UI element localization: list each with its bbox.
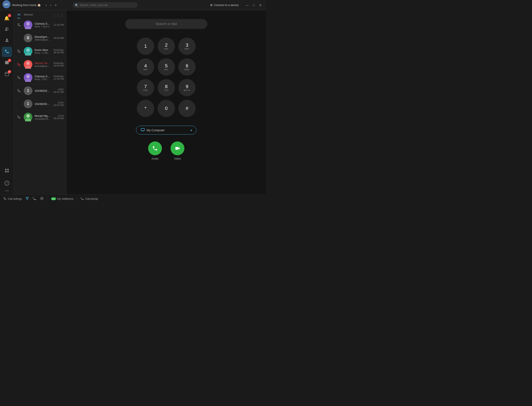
window-controls: — □ ✕ bbox=[244, 3, 263, 8]
svg-point-35 bbox=[27, 199, 27, 200]
dial-key-3[interactable]: 3 DEF bbox=[178, 37, 196, 55]
call-pickup-item[interactable]: Call pickup bbox=[80, 197, 98, 201]
svg-rect-32 bbox=[141, 129, 144, 131]
sidebar-item-meetings[interactable]: 3 bbox=[2, 58, 12, 68]
calls-icon bbox=[5, 49, 9, 55]
audio-label: Audio bbox=[151, 157, 158, 160]
sidebar-item-calls[interactable] bbox=[2, 47, 12, 57]
svg-point-24 bbox=[26, 62, 30, 65]
sidebar: 🔔 2 bbox=[0, 10, 14, 194]
call-name: Development agenda bbox=[35, 35, 52, 38]
app-avatar[interactable]: WH bbox=[3, 0, 10, 8]
call-name: Murad Higgins bbox=[35, 114, 52, 117]
dial-key-star[interactable]: * bbox=[137, 100, 154, 117]
dialer-panel: 1 2 ABC 3 DEF 4 GHI 5 JKL 6 MNO bbox=[66, 10, 266, 194]
call-list: Clarissa Smith Work: +353 91 38 4618 12:… bbox=[14, 18, 66, 194]
call-more-button[interactable]: ⋮⋮⋮ bbox=[52, 14, 63, 18]
dial-key-6[interactable]: 6 MNO bbox=[178, 58, 196, 76]
call-info: 15439203049 bbox=[35, 102, 51, 106]
svg-text:WH: WH bbox=[4, 3, 9, 6]
call-detail: brenda@webex.com bbox=[35, 65, 51, 67]
status-divider bbox=[47, 197, 48, 201]
svg-rect-16 bbox=[7, 171, 8, 172]
call-detail: 340620@webex.com bbox=[35, 38, 52, 41]
dial-grid: 1 2 ABC 3 DEF 4 GHI 5 JKL 6 MNO bbox=[137, 37, 196, 117]
sidebar-item-apps[interactable] bbox=[2, 166, 12, 176]
dial-key-2[interactable]: 2 ABC bbox=[158, 37, 175, 55]
monitor-icon: 🖥 bbox=[210, 3, 213, 7]
avatar: D bbox=[24, 34, 32, 42]
call-name: 15439203049 bbox=[35, 102, 51, 106]
call-time: 12/0102:52 PM bbox=[54, 101, 64, 107]
global-search-input[interactable] bbox=[73, 2, 137, 8]
forward-button[interactable]: › bbox=[49, 2, 52, 8]
dial-search-input[interactable] bbox=[125, 19, 207, 29]
call-time: 11/2009:18 AM bbox=[54, 115, 64, 120]
sidebar-item-help[interactable]: ? bbox=[2, 178, 12, 188]
call-panel: All Missed ⋮⋮⋮ bbox=[14, 10, 66, 194]
list-item[interactable]: Clarissa Smith Work: +353 91 38 4618 12:… bbox=[14, 18, 66, 31]
dnd-icon bbox=[40, 197, 44, 201]
list-item[interactable]: 1 15439203049 12/0102:52 PM bbox=[14, 84, 66, 97]
chevron-down-icon: ▾ bbox=[190, 129, 192, 132]
sidebar-item-activity[interactable]: 🔔 2 bbox=[2, 13, 12, 23]
list-item[interactable]: 1 15439203049 12/0102:52 PM bbox=[14, 97, 66, 111]
device-selector-left: My Computer bbox=[141, 128, 165, 132]
nav-buttons: ‹ › + bbox=[44, 2, 58, 8]
status-divider-2 bbox=[77, 197, 77, 201]
call-info: 15439203049 bbox=[35, 89, 51, 92]
dial-key-8[interactable]: 8 TUV bbox=[158, 79, 175, 96]
list-item[interactable]: Marise Torres brenda@webex.com Yesterday… bbox=[14, 58, 66, 71]
sidebar-item-calendar[interactable]: 17 bbox=[2, 69, 12, 80]
svg-point-3 bbox=[7, 27, 8, 29]
dial-key-4[interactable]: 4 GHI bbox=[137, 58, 154, 76]
add-button[interactable]: + bbox=[53, 2, 58, 8]
avatar bbox=[24, 60, 32, 69]
forward-calls-icon bbox=[33, 197, 36, 201]
list-item[interactable]: D Development agenda 340620@webex.com 09… bbox=[14, 31, 66, 45]
global-search-wrapper: 🔍 bbox=[73, 2, 137, 8]
call-settings-item[interactable]: Call settings bbox=[3, 197, 22, 201]
dial-key-7[interactable]: 7 PRS bbox=[137, 79, 154, 96]
svg-point-4 bbox=[6, 38, 7, 40]
dial-key-hash[interactable]: # bbox=[178, 100, 196, 117]
dial-key-5[interactable]: 5 JKL bbox=[158, 58, 175, 76]
list-item[interactable]: Kevin Woo Work: +1 888 555 1234 Yesterda… bbox=[14, 45, 66, 58]
call-name: 15439203049 bbox=[35, 89, 51, 92]
device-selector[interactable]: My Computer ▾ bbox=[136, 126, 196, 135]
call-info: Clarissa Smith Work: +353 91 38 4618 bbox=[35, 22, 51, 28]
svg-point-18 bbox=[26, 22, 30, 25]
tab-missed[interactable]: Missed bbox=[24, 13, 33, 18]
list-item[interactable]: Murad Higgins murad@webex.com 11/2009:18… bbox=[14, 111, 66, 124]
call-info: Kevin Woo Work: +1 888 555 1234 bbox=[35, 48, 51, 54]
call-direction-icon bbox=[16, 76, 22, 79]
softphone-label: My Softphone bbox=[58, 197, 73, 200]
sidebar-item-contacts[interactable] bbox=[2, 36, 12, 46]
svg-point-2 bbox=[6, 27, 7, 29]
contacts-icon bbox=[5, 38, 9, 44]
monitor-device-icon bbox=[141, 128, 145, 132]
svg-rect-14 bbox=[7, 169, 8, 170]
back-button[interactable]: ‹ bbox=[44, 2, 48, 8]
tab-all[interactable]: All bbox=[17, 13, 20, 18]
audio-call-button[interactable] bbox=[148, 141, 162, 155]
call-detail: murad@webex.com bbox=[35, 117, 52, 120]
softphone-item[interactable]: L1 My Softphone bbox=[51, 197, 73, 200]
dial-key-1[interactable]: 1 bbox=[137, 37, 154, 55]
minimize-button[interactable]: — bbox=[244, 3, 251, 8]
video-call-button[interactable] bbox=[171, 141, 184, 155]
maximize-button[interactable]: □ bbox=[251, 3, 257, 8]
call-info: Clarissa Smith Work: +353 91 38 4618 bbox=[35, 75, 51, 80]
svg-point-30 bbox=[26, 114, 30, 118]
close-button[interactable]: ✕ bbox=[257, 3, 263, 8]
sidebar-item-teams[interactable] bbox=[2, 24, 12, 35]
connect-device-button[interactable]: 🖥 Connect to a device bbox=[210, 3, 239, 7]
avatar bbox=[24, 47, 32, 56]
call-settings-icon bbox=[3, 197, 7, 201]
list-item[interactable]: Clarissa Smith Work: +353 91 38 4618 Yes… bbox=[14, 71, 66, 84]
call-direction-icon bbox=[16, 115, 22, 119]
dial-key-9[interactable]: 9 WXYZ bbox=[178, 79, 196, 96]
dial-key-0[interactable]: 0 bbox=[158, 100, 175, 117]
call-direction-icon bbox=[16, 89, 22, 92]
call-direction-icon bbox=[16, 63, 22, 66]
